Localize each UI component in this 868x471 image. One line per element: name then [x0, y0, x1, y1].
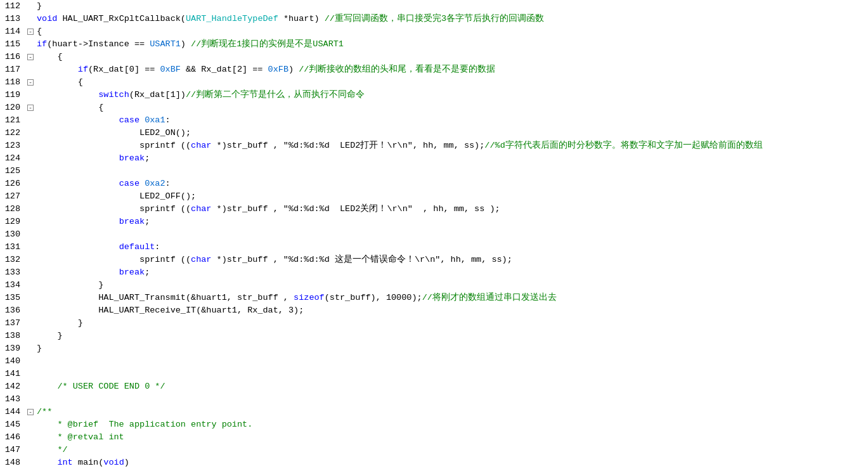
code-content: LED2_OFF();: [36, 190, 196, 203]
line-number: 124: [0, 152, 25, 165]
code-content: /* USER CODE END 0 */: [36, 380, 165, 393]
code-line: 138 }: [0, 330, 868, 342]
line-number: 135: [0, 292, 25, 304]
code-content: switch(Rx_dat[1])//判断第二个字节是什么，从而执行不同命令: [36, 89, 365, 101]
fold-icon[interactable]: [25, 342, 36, 355]
line-number: 113: [0, 13, 25, 25]
line-number: 143: [0, 393, 25, 406]
code-line: 131 default:: [0, 241, 868, 254]
fold-icon[interactable]: -: [25, 25, 36, 38]
fold-icon[interactable]: -: [25, 76, 36, 89]
fold-icon[interactable]: -: [25, 101, 36, 114]
code-line: 147 */: [0, 444, 868, 456]
code-line: 137 }: [0, 317, 868, 330]
code-line: 115 if(huart->Instance == USART1) //判断现在…: [0, 38, 868, 51]
fold-icon[interactable]: [25, 38, 36, 51]
code-content: * @retval int: [36, 431, 124, 444]
line-number: 145: [0, 418, 25, 431]
line-number: 122: [0, 127, 25, 139]
fold-icon[interactable]: [25, 330, 36, 342]
fold-icon[interactable]: [25, 177, 36, 190]
line-number: 130: [0, 228, 25, 241]
code-content: case 0xa1:: [36, 114, 171, 127]
fold-icon[interactable]: [25, 279, 36, 292]
code-content: LED2_ON();: [36, 127, 191, 139]
line-number: 136: [0, 304, 25, 317]
code-content: {: [36, 25, 42, 38]
line-number: 142: [0, 380, 25, 393]
line-number: 147: [0, 444, 25, 456]
code-line: 145 * @brief The application entry point…: [0, 418, 868, 431]
fold-icon[interactable]: [25, 216, 36, 228]
fold-icon[interactable]: [25, 127, 36, 139]
fold-icon[interactable]: [25, 165, 36, 177]
code-content: break;: [36, 266, 150, 279]
line-number: 133: [0, 266, 25, 279]
fold-icon[interactable]: -: [25, 406, 36, 418]
code-content: {: [36, 76, 83, 89]
line-number: 127: [0, 190, 25, 203]
line-number: 140: [0, 355, 25, 368]
code-content: }: [36, 279, 103, 292]
code-line: 114-{: [0, 25, 868, 38]
code-line: 144-/**: [0, 406, 868, 418]
fold-icon[interactable]: [25, 228, 36, 241]
code-content: HAL_UART_Receive_IT(&huart1, Rx_dat, 3);: [36, 304, 304, 317]
fold-icon[interactable]: [25, 368, 36, 380]
fold-icon[interactable]: [25, 431, 36, 444]
code-content: int main(void): [36, 456, 129, 469]
code-line: 123 sprintf ((char *)str_buff , "%d:%d:%…: [0, 139, 868, 152]
fold-icon[interactable]: [25, 355, 36, 368]
fold-icon[interactable]: [25, 317, 36, 330]
line-number: 148: [0, 456, 25, 469]
code-line: 130: [0, 228, 868, 241]
fold-icon[interactable]: [25, 152, 36, 165]
code-line: 148 int main(void): [0, 456, 868, 469]
fold-icon[interactable]: [25, 203, 36, 216]
fold-icon[interactable]: [25, 393, 36, 406]
fold-icon[interactable]: [25, 241, 36, 254]
fold-icon[interactable]: [25, 63, 36, 76]
code-content: }: [36, 342, 42, 355]
fold-icon[interactable]: [25, 292, 36, 304]
fold-icon[interactable]: [25, 139, 36, 152]
code-line: 139 }: [0, 342, 868, 355]
code-content: void HAL_UART_RxCpltCallback(UART_Handle…: [36, 13, 544, 25]
line-number: 144: [0, 406, 25, 418]
code-line: 117 if(Rx_dat[0] == 0xBF && Rx_dat[2] ==…: [0, 63, 868, 76]
fold-icon[interactable]: [25, 254, 36, 266]
code-content: HAL_UART_Transmit(&huart1, str_buff , si…: [36, 292, 557, 304]
line-number: 123: [0, 139, 25, 152]
code-line: 125: [0, 165, 868, 177]
fold-icon[interactable]: [25, 418, 36, 431]
fold-icon[interactable]: [25, 444, 36, 456]
line-number: 119: [0, 89, 25, 101]
fold-icon[interactable]: [25, 13, 36, 25]
code-line: 136 HAL_UART_Receive_IT(&huart1, Rx_dat,…: [0, 304, 868, 317]
fold-icon[interactable]: [25, 266, 36, 279]
fold-icon[interactable]: [25, 89, 36, 101]
code-content: }: [36, 0, 42, 13]
fold-icon[interactable]: -: [25, 51, 36, 63]
line-number: 114: [0, 25, 25, 38]
line-number: 131: [0, 241, 25, 254]
line-number: 117: [0, 63, 25, 76]
fold-icon[interactable]: [25, 304, 36, 317]
fold-icon[interactable]: [25, 0, 36, 13]
fold-icon[interactable]: [25, 456, 36, 469]
code-content: default:: [36, 241, 160, 254]
fold-icon[interactable]: [25, 380, 36, 393]
code-line: 143: [0, 393, 868, 406]
fold-icon[interactable]: [25, 190, 36, 203]
code-content: if(huart->Instance == USART1) //判断现在1接口的…: [36, 38, 344, 51]
fold-icon[interactable]: [25, 114, 36, 127]
code-content: case 0xa2:: [36, 177, 171, 190]
code-line: 119 switch(Rx_dat[1])//判断第二个字节是什么，从而执行不同…: [0, 89, 868, 101]
line-number: 118: [0, 76, 25, 89]
line-number: 125: [0, 165, 25, 177]
line-number: 112: [0, 0, 25, 13]
code-line: 122 LED2_ON();: [0, 127, 868, 139]
line-number: 138: [0, 330, 25, 342]
code-line: 132 sprintf ((char *)str_buff , "%d:%d:%…: [0, 254, 868, 266]
code-line: 113 void HAL_UART_RxCpltCallback(UART_Ha…: [0, 13, 868, 25]
